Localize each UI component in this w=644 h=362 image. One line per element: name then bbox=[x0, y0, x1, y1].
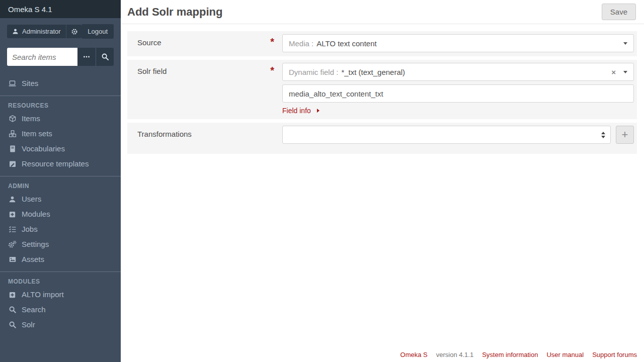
sidebar-item-vocabularies[interactable]: Vocabularies bbox=[0, 141, 121, 156]
sidebar-item-label: Solr bbox=[22, 321, 35, 329]
sidebar-item-search[interactable]: Search bbox=[0, 302, 121, 317]
sidebar-item-label: Modules bbox=[22, 210, 50, 218]
edit-icon bbox=[8, 160, 17, 168]
footer: Omeka S version 4.1.1 System information… bbox=[121, 351, 644, 362]
advanced-search-button[interactable] bbox=[77, 48, 96, 66]
field-solr-field: Solr field * Dynamic field : *_txt (text… bbox=[127, 60, 637, 119]
app-header: Omeka S 4.1 bbox=[0, 0, 121, 18]
chevron-down-icon bbox=[623, 42, 627, 45]
field-info-label: Field info bbox=[282, 107, 311, 115]
field-solr-field-label: Solr field bbox=[137, 67, 167, 75]
field-source: Source * Media : ALTO text content bbox=[127, 31, 637, 56]
sidebar-nav: Sites RESOURCES Items Item sets Vocabula… bbox=[0, 76, 121, 332]
main-area: Add Solr mapping Save Source * Media : A… bbox=[121, 0, 644, 362]
sidebar-item-label: Item sets bbox=[22, 130, 52, 138]
field-transformations-inputs: + bbox=[282, 123, 637, 154]
image-icon bbox=[8, 255, 17, 263]
sidebar-item-label: Search bbox=[22, 306, 46, 314]
cubes-icon bbox=[8, 130, 17, 138]
solr-field-select-prefix: Dynamic field : bbox=[289, 68, 338, 76]
ellipsis-icon bbox=[83, 53, 91, 61]
add-transformation-button[interactable]: + bbox=[616, 126, 634, 144]
field-info-link[interactable]: Field info bbox=[282, 107, 319, 115]
source-select-value: ALTO text content bbox=[316, 39, 377, 48]
sidebar-item-label: Items bbox=[22, 115, 40, 123]
solr-field-select-value: *_txt (text_general) bbox=[341, 68, 405, 76]
required-marker: * bbox=[270, 38, 274, 45]
book-icon bbox=[8, 145, 17, 153]
logout-button[interactable]: Logout bbox=[82, 24, 114, 39]
save-button[interactable]: Save bbox=[602, 4, 636, 20]
sidebar-item-label: Sites bbox=[22, 79, 38, 87]
source-select[interactable]: Media : ALTO text content bbox=[282, 34, 634, 52]
laptop-icon bbox=[8, 79, 17, 87]
sidebar-item-label: Jobs bbox=[22, 225, 38, 233]
transformations-select[interactable] bbox=[282, 126, 611, 144]
search-icon bbox=[101, 53, 109, 61]
search-icon bbox=[8, 306, 17, 314]
sidebar-item-label: Assets bbox=[22, 255, 44, 263]
sidebar-item-label: ALTO import bbox=[22, 291, 64, 299]
page-header: Add Solr mapping Save bbox=[121, 0, 644, 24]
user-settings-button[interactable] bbox=[66, 25, 82, 38]
chevron-down-icon bbox=[623, 71, 627, 73]
cube-icon bbox=[8, 115, 17, 123]
sidebar-heading-admin: ADMIN bbox=[0, 176, 121, 192]
user-name: Administrator bbox=[22, 28, 61, 35]
clear-selection-icon[interactable]: × bbox=[611, 68, 616, 76]
gear-icon bbox=[71, 28, 78, 35]
plus-square-icon bbox=[8, 210, 17, 218]
sidebar: Omeka S 4.1 Administrator Logout bbox=[0, 0, 121, 362]
required-marker: * bbox=[270, 67, 274, 74]
user-menu: Administrator bbox=[7, 25, 82, 38]
field-transformations: Transformations + bbox=[127, 123, 637, 154]
sidebar-item-label: Resource templates bbox=[22, 160, 89, 168]
footer-version: version 4.1.1 bbox=[436, 351, 473, 358]
app-title: Omeka S 4.1 bbox=[8, 5, 52, 14]
field-source-label: Source bbox=[137, 38, 162, 47]
field-solr-field-meta: Solr field * bbox=[127, 60, 282, 119]
field-transformations-label: Transformations bbox=[137, 130, 192, 138]
search-submit-button[interactable] bbox=[96, 48, 114, 66]
sidebar-item-sites[interactable]: Sites bbox=[0, 76, 121, 91]
field-solr-field-inputs: Dynamic field : *_txt (text_general) × F… bbox=[282, 60, 637, 119]
solr-field-name-input[interactable] bbox=[282, 84, 634, 103]
source-select-prefix: Media : bbox=[289, 39, 313, 48]
search-input[interactable] bbox=[7, 48, 77, 66]
sidebar-item-label: Settings bbox=[22, 240, 49, 248]
tasks-icon bbox=[8, 225, 17, 233]
sidebar-heading-resources: RESOURCES bbox=[0, 96, 121, 111]
sidebar-item-alto-import[interactable]: ALTO import bbox=[0, 287, 121, 302]
form-content: Source * Media : ALTO text content Solr … bbox=[121, 24, 644, 351]
footer-user-manual-link[interactable]: User manual bbox=[546, 351, 584, 358]
user-menu-button[interactable]: Administrator bbox=[7, 25, 66, 38]
field-transformations-meta: Transformations bbox=[127, 123, 282, 154]
sidebar-item-modules[interactable]: Modules bbox=[0, 207, 121, 222]
sidebar-item-label: Users bbox=[22, 195, 41, 203]
arrow-right-icon bbox=[317, 109, 319, 113]
sidebar-item-assets[interactable]: Assets bbox=[0, 252, 121, 267]
footer-system-information-link[interactable]: System information bbox=[482, 351, 538, 358]
plus-square-icon bbox=[8, 291, 17, 299]
sidebar-item-label: Vocabularies bbox=[22, 145, 65, 153]
sidebar-item-settings[interactable]: Settings bbox=[0, 237, 121, 252]
sidebar-heading-modules: MODULES bbox=[0, 272, 121, 287]
search-icon bbox=[8, 321, 17, 329]
sidebar-item-item-sets[interactable]: Item sets bbox=[0, 126, 121, 141]
user-icon bbox=[8, 195, 17, 203]
sidebar-item-resource-templates[interactable]: Resource templates bbox=[0, 156, 121, 171]
sidebar-item-items[interactable]: Items bbox=[0, 111, 121, 126]
field-source-inputs: Media : ALTO text content bbox=[282, 31, 637, 56]
sidebar-item-users[interactable]: Users bbox=[0, 192, 121, 207]
page-title: Add Solr mapping bbox=[127, 6, 222, 19]
sidebar-item-solr[interactable]: Solr bbox=[0, 317, 121, 332]
quick-search bbox=[7, 48, 114, 66]
footer-omeka-link[interactable]: Omeka S bbox=[400, 351, 428, 358]
sidebar-item-jobs[interactable]: Jobs bbox=[0, 222, 121, 237]
user-bar: Administrator Logout bbox=[0, 18, 121, 44]
spinner-icon bbox=[601, 132, 605, 138]
footer-support-forums-link[interactable]: Support forums bbox=[592, 351, 637, 358]
gears-icon bbox=[8, 240, 17, 248]
field-source-meta: Source * bbox=[127, 31, 282, 56]
solr-field-select[interactable]: Dynamic field : *_txt (text_general) × bbox=[282, 63, 634, 81]
